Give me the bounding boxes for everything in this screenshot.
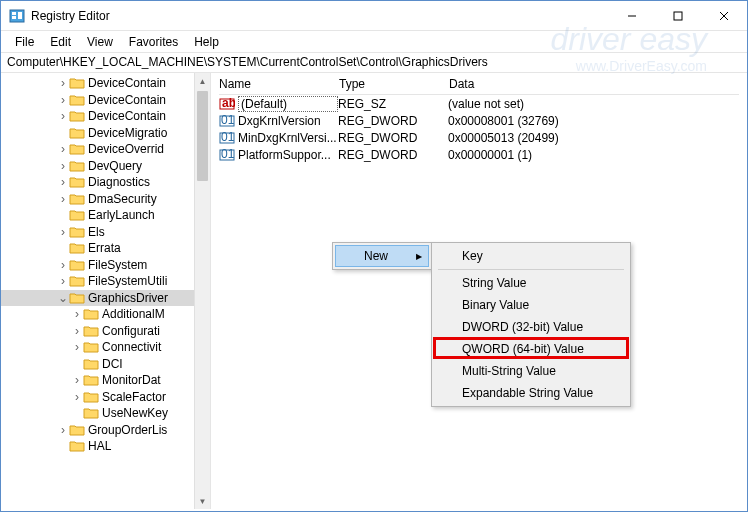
tree-node[interactable]: ›DeviceContain <box>1 75 210 92</box>
expand-icon[interactable]: › <box>57 258 69 272</box>
list-row[interactable]: 011DxgKrnlVersionREG_DWORD0x00008001 (32… <box>219 112 739 129</box>
tree-node[interactable]: ›FileSystemUtili <box>1 273 210 290</box>
expand-icon[interactable]: › <box>57 225 69 239</box>
tree-panel[interactable]: ›DeviceContain›DeviceContain›DeviceConta… <box>1 73 211 509</box>
tree-node[interactable]: ›DeviceOverrid <box>1 141 210 158</box>
tree-node[interactable]: ›Connectivit <box>1 339 210 356</box>
scroll-thumb[interactable] <box>197 91 208 181</box>
expand-icon[interactable]: › <box>57 76 69 90</box>
folder-icon <box>69 159 85 173</box>
expand-icon[interactable]: › <box>57 423 69 437</box>
tree-node[interactable]: ›Configurati <box>1 323 210 340</box>
tree-label: HAL <box>88 439 111 453</box>
tree-node[interactable]: HAL <box>1 438 210 455</box>
tree-node[interactable]: Errata <box>1 240 210 257</box>
close-button[interactable] <box>701 1 747 31</box>
tree-node[interactable]: ›DeviceContain <box>1 92 210 109</box>
submenu-item-binary[interactable]: Binary Value <box>434 294 628 316</box>
folder-icon <box>69 109 85 123</box>
tree-node[interactable]: ›DevQuery <box>1 158 210 175</box>
tree-node[interactable]: ›ScaleFactor <box>1 389 210 406</box>
svg-rect-2 <box>12 16 16 19</box>
submenu-item-string[interactable]: String Value <box>434 272 628 294</box>
folder-icon <box>83 390 99 404</box>
header-type[interactable]: Type <box>339 77 449 91</box>
svg-rect-1 <box>12 12 16 15</box>
expand-icon[interactable]: › <box>57 93 69 107</box>
expand-icon[interactable]: › <box>71 307 83 321</box>
submenu-item-dword[interactable]: DWORD (32-bit) Value <box>434 316 628 338</box>
submenu-item-multi[interactable]: Multi-String Value <box>434 360 628 382</box>
tree-node[interactable]: ›GroupOrderLis <box>1 422 210 439</box>
menu-view[interactable]: View <box>79 33 121 51</box>
tree-label: MonitorDat <box>102 373 161 387</box>
expand-icon[interactable]: › <box>71 390 83 404</box>
header-name[interactable]: Name <box>219 77 339 91</box>
value-name: PlatformSuppor... <box>238 148 338 162</box>
menu-edit[interactable]: Edit <box>42 33 79 51</box>
expand-icon[interactable]: › <box>71 340 83 354</box>
tree-label: Errata <box>88 241 121 255</box>
context-item-label: New <box>364 249 388 263</box>
tree-node[interactable]: DCI <box>1 356 210 373</box>
submenu-item-qword[interactable]: QWORD (64-bit) Value <box>434 338 628 360</box>
list-row[interactable]: 011PlatformSuppor...REG_DWORD0x00000001 … <box>219 146 739 163</box>
tree-node[interactable]: ›DmaSecurity <box>1 191 210 208</box>
scroll-up-icon[interactable]: ▲ <box>195 73 210 89</box>
value-icon: 011 <box>219 147 235 163</box>
tree-node[interactable]: ›DeviceContain <box>1 108 210 125</box>
folder-icon <box>69 423 85 437</box>
minimize-button[interactable] <box>609 1 655 31</box>
submenu-item-expand[interactable]: Expandable String Value <box>434 382 628 404</box>
tree-node[interactable]: DeviceMigratio <box>1 125 210 142</box>
tree-node[interactable]: UseNewKey <box>1 405 210 422</box>
tree-label: FileSystem <box>88 258 147 272</box>
folder-icon <box>69 142 85 156</box>
expand-icon[interactable]: › <box>57 192 69 206</box>
tree-label: DeviceMigratio <box>88 126 167 140</box>
expand-icon[interactable]: › <box>71 324 83 338</box>
tree-node[interactable]: ⌄GraphicsDriver <box>1 290 210 307</box>
expand-icon[interactable]: ⌄ <box>57 291 69 305</box>
maximize-button[interactable] <box>655 1 701 31</box>
tree-node[interactable]: ›Els <box>1 224 210 241</box>
menu-file[interactable]: File <box>7 33 42 51</box>
titlebar: Registry Editor <box>1 1 747 31</box>
scroll-down-icon[interactable]: ▼ <box>195 493 210 509</box>
tree-scrollbar[interactable]: ▲ ▼ <box>194 73 210 509</box>
folder-icon <box>69 192 85 206</box>
app-icon <box>9 8 25 24</box>
address-bar[interactable]: Computer\HKEY_LOCAL_MACHINE\SYSTEM\Curre… <box>1 53 747 73</box>
expand-icon[interactable]: › <box>71 373 83 387</box>
tree-label: DeviceOverrid <box>88 142 164 156</box>
menu-help[interactable]: Help <box>186 33 227 51</box>
tree-node[interactable]: ›Diagnostics <box>1 174 210 191</box>
expand-icon[interactable]: › <box>57 142 69 156</box>
header-data[interactable]: Data <box>449 77 739 91</box>
expand-icon[interactable]: › <box>57 274 69 288</box>
context-item-new[interactable]: New ▶ <box>335 245 429 267</box>
tree-label: ScaleFactor <box>102 390 166 404</box>
folder-icon <box>69 439 85 453</box>
tree-node[interactable]: ›AdditionalM <box>1 306 210 323</box>
value-name: (Default) <box>238 96 338 112</box>
list-row[interactable]: ab(Default)REG_SZ(value not set) <box>219 95 739 112</box>
list-row[interactable]: 011MinDxgKrnlVersi...REG_DWORD0x00005013… <box>219 129 739 146</box>
expand-icon[interactable]: › <box>57 175 69 189</box>
value-icon: 011 <box>219 113 235 129</box>
menu-favorites[interactable]: Favorites <box>121 33 186 51</box>
tree-label: AdditionalM <box>102 307 165 321</box>
value-icon: 011 <box>219 130 235 146</box>
tree-node[interactable]: EarlyLaunch <box>1 207 210 224</box>
folder-icon <box>69 76 85 90</box>
expand-icon[interactable]: › <box>57 109 69 123</box>
tree-label: Configurati <box>102 324 160 338</box>
folder-icon <box>69 241 85 255</box>
window-title: Registry Editor <box>31 9 609 23</box>
value-type: REG_DWORD <box>338 114 448 128</box>
tree-node[interactable]: ›FileSystem <box>1 257 210 274</box>
folder-icon <box>69 258 85 272</box>
submenu-item-key[interactable]: Key <box>434 245 628 267</box>
expand-icon[interactable]: › <box>57 159 69 173</box>
tree-node[interactable]: ›MonitorDat <box>1 372 210 389</box>
